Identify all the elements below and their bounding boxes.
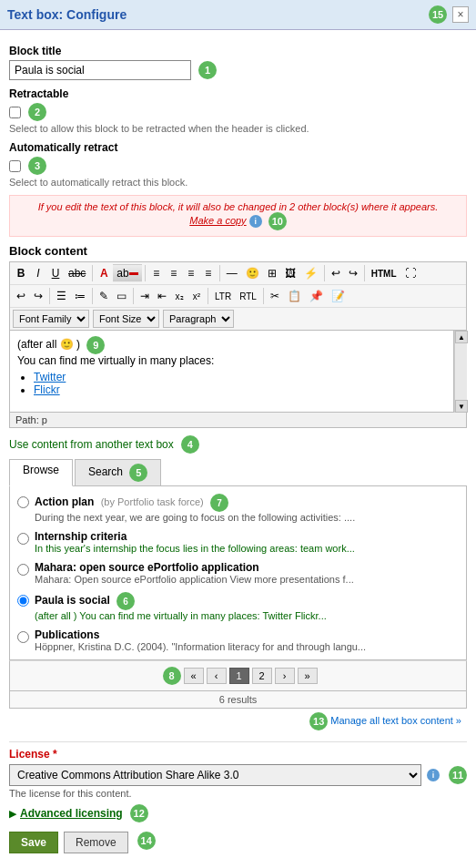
editor-content[interactable]: (after all 🙂 ) 9 You can find me virtual… (9, 331, 454, 413)
separator-5 (364, 265, 365, 281)
flickr-link[interactable]: Flickr (34, 383, 60, 396)
align-right-button[interactable]: ≡ (183, 264, 199, 282)
separator-7 (92, 288, 93, 304)
undo-button[interactable]: ↩ (328, 264, 344, 282)
align-center-button[interactable]: ≡ (166, 264, 182, 282)
sup-btn[interactable]: x² (188, 287, 205, 305)
rule-button[interactable]: — (223, 264, 241, 282)
block-title-input[interactable] (9, 60, 191, 80)
toolbar-row-1: B I U abc A ab ≡ ≡ ≡ ≡ — 🙂 ⊞ 🖼 ⚡ ↩ ↪ HTM… (10, 262, 466, 285)
page-last-button[interactable]: » (298, 668, 318, 684)
tab-search[interactable]: Search 5 (75, 459, 161, 485)
make-copy-link[interactable]: Make a copy (189, 215, 246, 226)
paragraph-select[interactable]: Paragraph (163, 310, 234, 328)
underline-button[interactable]: U (47, 264, 64, 282)
item1-radio[interactable] (17, 496, 29, 508)
paste-text-btn[interactable]: 📝 (328, 287, 349, 305)
editor-area: (after all 🙂 ) 9 You can find me virtual… (9, 331, 467, 413)
badge-14: 14 (137, 832, 156, 850)
html-button[interactable]: HTML (368, 264, 400, 282)
editor-scrollbar[interactable]: ▲ ▼ (454, 331, 467, 413)
info-icon[interactable]: i (249, 215, 262, 228)
license-select[interactable]: Creative Commons Attribution Share Alike… (9, 764, 421, 786)
font-color-button[interactable]: A (96, 264, 112, 282)
item3-radio[interactable] (17, 564, 29, 576)
separator-2 (145, 265, 146, 281)
item1-desc: During the next year, we are going to fo… (35, 512, 459, 523)
advanced-licensing-label[interactable]: Advanced licensing (20, 807, 123, 820)
auto-retract-checkbox[interactable] (9, 160, 21, 172)
rtl-btn[interactable]: RTL (236, 287, 260, 305)
page-2-button[interactable]: 2 (252, 668, 272, 684)
item2-body: Internship criteria In this year's inter… (35, 530, 459, 554)
retractable-checkbox[interactable] (9, 107, 21, 118)
separator-8 (133, 288, 134, 304)
save-button[interactable]: Save (9, 832, 58, 853)
tab-browse[interactable]: Browse (9, 459, 73, 486)
badge-11: 11 (449, 766, 467, 784)
remove-button[interactable]: Remove (64, 832, 128, 853)
highlight-button[interactable]: ab (113, 264, 141, 282)
bullet-list-button[interactable]: ☰ (53, 287, 70, 305)
retractable-hint: Select to allow this block to be retract… (9, 123, 467, 134)
item5-radio[interactable] (17, 631, 29, 643)
badge-9: 9 (86, 336, 105, 354)
badge-6: 6 (116, 592, 135, 610)
item3-title: Mahara: open source ePortfolio applicati… (35, 561, 259, 574)
ltr-btn[interactable]: LTR (211, 287, 235, 305)
license-info-icon[interactable]: i (427, 769, 440, 781)
item1-author: (by Portfolio task force) (101, 496, 204, 507)
twitter-link[interactable]: Twitter (34, 371, 66, 383)
path-bar: Path: p (9, 413, 467, 428)
editor-para-1: (after all 🙂 ) 9 (17, 336, 446, 354)
indent-btn[interactable]: ⇥ (137, 287, 153, 305)
item1-body: Action plan (by Portfolio task force) 7 … (35, 494, 459, 523)
badge-8: 8 (163, 667, 181, 685)
undo2-button[interactable]: ↩ (13, 287, 29, 305)
fullscreen-button[interactable]: ⛶ (401, 264, 420, 282)
separator-1 (92, 265, 93, 281)
emoji-button[interactable]: 🙂 (242, 264, 263, 282)
retractable-section: Retractable 2 Select to allow this block… (9, 87, 467, 134)
bold-button[interactable]: B (13, 264, 29, 282)
table-button[interactable]: ⊞ (264, 264, 280, 282)
close-button[interactable]: × (452, 6, 469, 23)
page-next-button[interactable]: › (275, 668, 295, 684)
edit-block-button[interactable]: ✎ (96, 287, 112, 305)
item1-title: Action plan (35, 495, 94, 508)
scroll-track[interactable] (455, 343, 467, 400)
align-left-button[interactable]: ≡ (148, 264, 165, 282)
scroll-down-arrow[interactable]: ▼ (455, 400, 468, 413)
cut-btn[interactable]: ✂ (267, 287, 283, 305)
page-1-button[interactable]: 1 (229, 668, 249, 684)
redo-button[interactable]: ↪ (345, 264, 361, 282)
copy-btn[interactable]: 📋 (284, 287, 305, 305)
block-title-section: Block title 1 (9, 45, 467, 80)
outdent-btn[interactable]: ⇤ (154, 287, 170, 305)
font-family-select[interactable]: Font Family (13, 310, 89, 328)
item3-desc: Mahara: Open source ePortfolio applicati… (35, 574, 459, 585)
block-btn-2[interactable]: ▭ (113, 287, 130, 305)
redo2-button[interactable]: ↪ (30, 287, 46, 305)
page-prev-button[interactable]: ‹ (207, 668, 227, 684)
advanced-licensing-row[interactable]: ▶ Advanced licensing 12 (9, 804, 467, 822)
item2-radio[interactable] (17, 533, 29, 545)
font-size-select[interactable]: Font Size (93, 310, 159, 328)
page-first-button[interactable]: « (184, 668, 204, 684)
image-button[interactable]: 🖼 (281, 264, 299, 282)
item4-radio[interactable] (17, 595, 29, 607)
italic-button[interactable]: I (30, 264, 46, 282)
manage-link[interactable]: Manage all text box content » (330, 715, 461, 726)
paste-btn[interactable]: 📌 (306, 287, 327, 305)
badge-13: 13 (309, 712, 328, 730)
strikethrough-button[interactable]: abc (65, 264, 89, 282)
scroll-up-arrow[interactable]: ▲ (455, 331, 468, 343)
num-list-button[interactable]: ≔ (71, 287, 89, 305)
link-button[interactable]: ⚡ (300, 264, 321, 282)
license-select-row: Creative Commons Attribution Share Alike… (9, 764, 467, 786)
bottom-buttons: Save Remove 14 (9, 832, 467, 863)
editor-list: Twitter Flickr (17, 371, 446, 396)
sub-btn[interactable]: x₂ (171, 287, 187, 305)
auto-retract-section: Automatically retract 3 Select to automa… (9, 141, 467, 188)
align-justify-button[interactable]: ≡ (200, 264, 217, 282)
